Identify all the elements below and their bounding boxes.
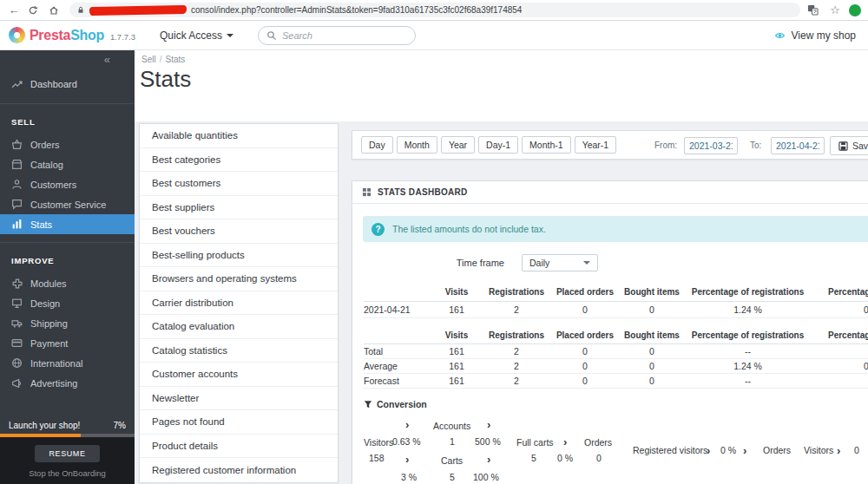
to-date-input[interactable] xyxy=(771,137,825,154)
range-month-1-button[interactable]: Month-1 xyxy=(522,136,571,154)
view-shop-label: View my shop xyxy=(792,29,856,42)
chevron-right-icon[interactable]: › xyxy=(487,454,490,465)
monitor-icon xyxy=(11,298,23,309)
profile-avatar[interactable] xyxy=(849,4,861,16)
sidebar: « Dashboard SELL Orders Catalog Customer… xyxy=(0,50,135,484)
table-cell: 0 % xyxy=(811,359,868,374)
table-cell: 2 xyxy=(482,359,551,374)
home-icon[interactable] xyxy=(49,5,62,16)
summary-stats-table: Visits Registrations Placed orders Bough… xyxy=(364,327,868,389)
submenu-item[interactable]: Catalog evaluation xyxy=(140,315,338,339)
submenu-item[interactable]: Available quantities xyxy=(140,124,338,148)
submenu-item[interactable]: Pages not found xyxy=(140,410,338,435)
sidebar-section-sell: SELL xyxy=(0,112,135,134)
sidebar-collapse-icon[interactable]: « xyxy=(104,53,110,66)
sidebar-item-orders[interactable]: Orders xyxy=(0,134,135,154)
header-search[interactable] xyxy=(258,26,416,45)
translate-icon[interactable] xyxy=(807,4,821,16)
range-month-button[interactable]: Month xyxy=(397,136,437,154)
funnel-orders-label: Orders xyxy=(584,437,612,448)
address-bar[interactable]: consol/index.php?controller=AdminStats&t… xyxy=(69,3,800,17)
table-header: Visits xyxy=(431,284,482,301)
chat-bubble-icon xyxy=(11,199,23,210)
sidebar-item-stats[interactable]: Stats xyxy=(0,214,135,234)
resume-button[interactable]: RESUME xyxy=(35,445,99,462)
from-date-input[interactable] xyxy=(684,137,738,154)
submenu-item[interactable]: Newsletter xyxy=(140,387,338,411)
reload-icon[interactable] xyxy=(28,5,42,16)
submenu-item[interactable]: Best suppliers xyxy=(140,196,338,220)
table-row: Average 161 2 0 0 1.24 % 0 % xyxy=(364,359,868,374)
submenu-item[interactable]: Catalog statistics xyxy=(140,339,338,363)
funnel-carts-to-full-rate: 100 % xyxy=(473,472,499,482)
basket-icon xyxy=(11,139,23,150)
table-cell: 0 xyxy=(619,374,685,389)
lock-icon xyxy=(76,5,85,15)
range-year-button[interactable]: Year xyxy=(441,136,475,154)
submenu-item[interactable]: Best vouchers xyxy=(140,219,338,244)
stop-onboarding-link[interactable]: Stop the OnBoarding xyxy=(29,468,106,478)
time-frame-select[interactable]: Daily xyxy=(522,254,598,271)
sidebar-divider xyxy=(0,242,135,243)
dashboard-grid-icon xyxy=(362,187,372,197)
funnel-filter-icon xyxy=(364,400,372,409)
range-day-button[interactable]: Day xyxy=(361,136,393,154)
store-icon xyxy=(11,159,23,170)
prestashop-logo[interactable]: PrestaShop xyxy=(30,28,104,43)
table-cell: 161 xyxy=(431,301,482,317)
sidebar-item-label: Advertising xyxy=(30,378,77,389)
table-header: Percentage of orders xyxy=(811,327,868,344)
chevron-right-icon[interactable]: › xyxy=(405,419,409,430)
range-day-1-button[interactable]: Day-1 xyxy=(478,136,518,154)
search-input[interactable] xyxy=(282,30,395,41)
submenu-item[interactable]: Best-selling products xyxy=(140,244,338,268)
table-header-row: Visits Registrations Placed orders Bough… xyxy=(364,284,868,301)
submenu-item[interactable]: Best categories xyxy=(140,148,338,173)
funnel-registered-orders-rate: 0 % xyxy=(720,445,736,455)
table-row: Forecast 161 2 0 0 -- -- xyxy=(364,374,868,389)
chevron-right-icon[interactable]: › xyxy=(743,445,746,456)
submenu-item[interactable]: Product details xyxy=(140,435,338,459)
table-cell: -- xyxy=(811,374,868,389)
alert-text: The listed amounts do not include tax. xyxy=(392,224,546,234)
bookmark-star-icon[interactable]: ☆ xyxy=(828,4,842,16)
conversion-title: Conversion xyxy=(377,399,427,409)
submenu-item[interactable]: Customer accounts xyxy=(140,363,338,387)
sidebar-item-catalog[interactable]: Catalog xyxy=(0,154,135,174)
sidebar-item-payment[interactable]: Payment xyxy=(0,333,135,353)
sidebar-item-shipping[interactable]: Shipping xyxy=(0,313,135,333)
page-header xyxy=(135,50,868,121)
sidebar-item-design[interactable]: Design xyxy=(0,293,135,313)
view-my-shop-link[interactable]: View my shop xyxy=(773,29,859,42)
back-icon[interactable]: ← xyxy=(7,4,21,16)
sidebar-item-international[interactable]: International xyxy=(0,353,135,373)
prestashop-logo-icon xyxy=(9,27,25,43)
chevron-right-icon[interactable]: › xyxy=(487,419,490,430)
submenu-item[interactable]: Best customers xyxy=(140,172,338,196)
chevron-right-icon[interactable]: › xyxy=(405,454,409,465)
table-row: 2021-04-21 161 2 0 0 1.24 % 0 % xyxy=(364,301,868,317)
version-label: 1.7.7.3 xyxy=(110,32,135,42)
panel-title: STATS DASHBOARD xyxy=(378,187,468,197)
sidebar-item-customer-service[interactable]: Customer Service xyxy=(0,194,135,214)
table-cell: -- xyxy=(685,344,811,359)
submenu-item[interactable]: Carrier distribution xyxy=(140,291,338,316)
funnel-carts-value: 5 xyxy=(450,472,455,482)
chevron-right-icon[interactable]: › xyxy=(563,436,567,448)
chevron-right-icon[interactable]: › xyxy=(837,445,840,456)
sidebar-item-advertising[interactable]: Advertising xyxy=(0,373,135,393)
save-button[interactable]: Save xyxy=(830,136,868,155)
sidebar-item-modules[interactable]: Modules xyxy=(0,273,135,293)
table-cell: -- xyxy=(811,344,868,359)
submenu-item[interactable]: Registered customer information xyxy=(140,458,338,482)
sidebar-item-customers[interactable]: Customers xyxy=(0,174,135,194)
time-frame-row: Time frame Daily xyxy=(352,254,868,271)
sidebar-item-dashboard[interactable]: Dashboard xyxy=(0,73,135,95)
chevron-right-icon[interactable]: › xyxy=(707,445,710,456)
breadcrumb-parent[interactable]: Sell xyxy=(141,55,156,64)
quick-access-menu[interactable]: Quick Access xyxy=(160,29,233,42)
range-year-1-button[interactable]: Year-1 xyxy=(575,136,617,154)
funnel-visitors-orders-label: Visitors xyxy=(804,445,833,455)
submenu-item[interactable]: Browsers and operating systems xyxy=(140,267,338,291)
funnel-orders-rate: 0 % xyxy=(557,453,573,463)
